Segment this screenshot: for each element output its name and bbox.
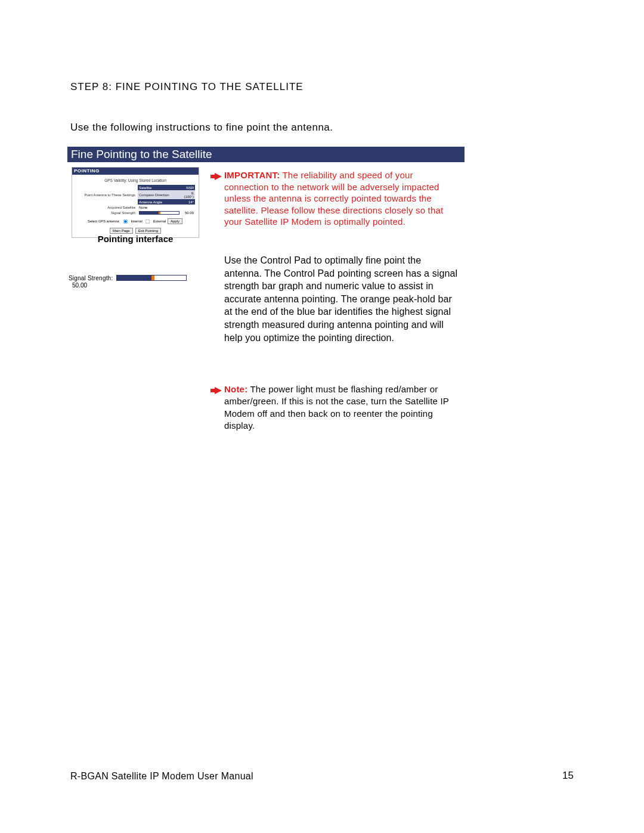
mini-sig-value: 50.00 xyxy=(181,210,195,215)
compass-label: Compass Direction xyxy=(138,190,181,199)
satellite-header: Satellite xyxy=(138,185,181,190)
signal-strength-bar xyxy=(116,275,187,281)
gps-validity-text: GPS Validity: Using Stored Location xyxy=(76,178,195,182)
signal-strength-label: Signal Strength: xyxy=(69,275,113,281)
satellite-value: NSR xyxy=(181,185,195,190)
pointing-panel-caption: Pointing interface xyxy=(72,234,199,244)
instruction-paragraph: Use the Control Pad to optimally fine po… xyxy=(224,254,460,344)
mini-signal-bar xyxy=(139,211,179,215)
angle-value: 14° xyxy=(181,199,195,205)
angle-label: Antenna Angle xyxy=(138,199,181,205)
note-body: The power light must be flashing red/amb… xyxy=(224,384,449,431)
important-note: IMPORTANT: The reliability and speed of … xyxy=(224,169,457,228)
pointing-panel: POINTING GPS Validity: Using Stored Loca… xyxy=(72,167,199,238)
arrow-icon xyxy=(215,173,222,180)
apply-button[interactable]: Apply xyxy=(168,218,182,224)
section-banner: Fine Pointing to the Satellite xyxy=(67,147,465,162)
acquired-label: Acquired Satellite xyxy=(76,205,138,210)
acquired-value: None xyxy=(138,205,195,210)
main-page-button[interactable]: Main Page xyxy=(110,228,133,234)
intro-text: Use the following instructions to fine p… xyxy=(70,122,333,134)
signal-strength-block: Signal Strength: 50.00 xyxy=(69,274,203,289)
gps-antenna-radio-row: Select GPS antenna: Internal External Ap… xyxy=(76,218,195,225)
note-lead: Note: xyxy=(224,384,247,394)
mini-sig-label: Signal Strength xyxy=(76,210,138,215)
arrow-icon xyxy=(215,387,222,394)
exit-pointing-button[interactable]: Exit Pointing xyxy=(135,228,161,234)
radio-external-label: External xyxy=(153,219,166,223)
footer-title: R-BGAN Satellite IP Modem User Manual xyxy=(70,771,253,782)
radio-internal[interactable] xyxy=(123,219,128,224)
compass-value: E (100°) xyxy=(181,190,195,199)
pointing-table: Satellite NSR Point Antenna to These Set… xyxy=(76,185,195,215)
important-lead: IMPORTANT: xyxy=(224,170,280,180)
gps-antenna-prefix: Select GPS antenna: xyxy=(88,219,120,223)
params-label: Point Antenna to These Settings xyxy=(76,190,138,199)
radio-internal-label: Internal xyxy=(131,219,142,223)
signal-strength-value: 50.00 xyxy=(72,282,87,289)
radio-external[interactable] xyxy=(145,219,150,224)
step-heading: STEP 8: FINE POINTING TO THE SATELLITE xyxy=(70,81,304,93)
pointing-panel-title: POINTING xyxy=(72,168,199,175)
note-block: Note: The power light must be flashing r… xyxy=(224,383,460,432)
page-number: 15 xyxy=(562,770,574,782)
